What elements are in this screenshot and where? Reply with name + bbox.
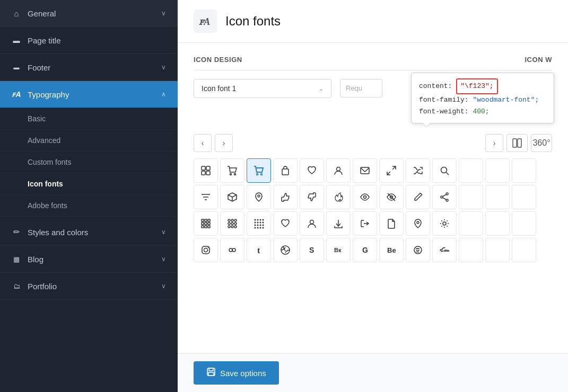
svg-point-76 — [232, 248, 235, 252]
sidebar-item-styles-and-colors[interactable]: ✏ Styles and colors ∨ — [0, 219, 178, 246]
code-key-font-family: font-family: — [419, 96, 473, 104]
icon-cell-location[interactable] — [247, 185, 271, 209]
icon-cell-cart-selected[interactable] — [247, 158, 271, 183]
icon-cell-s1[interactable] — [459, 238, 483, 262]
icon-cell-cart[interactable] — [220, 158, 244, 183]
icon-cell-instagram[interactable] — [194, 238, 218, 262]
icon-cell-behance[interactable]: Be — [379, 238, 404, 262]
portfolio-icon: 🗂 — [12, 281, 21, 291]
icon-cell-user[interactable] — [326, 158, 351, 183]
svg-point-66 — [263, 227, 264, 229]
subitem-label: Icon fonts — [28, 180, 63, 188]
icon-cell-r2[interactable] — [485, 211, 510, 236]
sidebar-item-label: Footer — [28, 63, 50, 72]
icon-cell-empty1[interactable] — [459, 158, 483, 183]
icon-cell-logout[interactable] — [353, 211, 377, 236]
chevron-up-icon: ∧ — [161, 91, 166, 98]
svg-point-45 — [228, 222, 230, 225]
icon-cell-user2[interactable] — [300, 211, 324, 236]
icon-cell-soundcloud[interactable] — [432, 238, 457, 262]
icon-cell-grid4[interactable] — [247, 211, 271, 236]
svg-rect-3 — [202, 166, 205, 170]
sidebar-item-page-title[interactable]: ▬ Page title — [0, 27, 178, 54]
icon-cell-grid3[interactable] — [220, 211, 244, 236]
icon-cell-thumbdown[interactable] — [300, 185, 324, 209]
icon-cell-extra1[interactable] — [459, 185, 483, 209]
svg-line-15 — [387, 172, 390, 175]
icon-cell-box[interactable] — [220, 185, 244, 209]
icon-cell-expand[interactable] — [379, 158, 404, 183]
chevron-down-icon: ∨ — [161, 255, 166, 263]
svg-point-75 — [229, 248, 232, 252]
next-button[interactable]: › — [215, 134, 233, 152]
sidebar-item-label: Styles and colors — [28, 228, 88, 237]
svg-rect-41 — [208, 226, 210, 228]
icon-cell-tumblr[interactable]: t — [247, 238, 271, 262]
code-value-font-family: "woodmart-font"; — [473, 96, 539, 104]
icon-cell-heart[interactable] — [300, 158, 324, 183]
icon-cell-thumbup[interactable] — [273, 185, 298, 209]
sidebar-item-typography[interactable]: ꜰA Typography ∧ — [0, 81, 178, 108]
arrow-right-button[interactable]: › — [485, 134, 503, 152]
icon-cell-settings[interactable] — [432, 211, 457, 236]
icon-cell-document[interactable] — [379, 211, 404, 236]
required-input[interactable]: Requ — [340, 79, 382, 97]
sidebar-subitem-icon-fonts[interactable]: Icon fonts — [0, 173, 178, 195]
svg-rect-2 — [518, 139, 521, 147]
icon-cell-filter[interactable] — [194, 185, 218, 209]
icon-cell-r1[interactable] — [459, 211, 483, 236]
icon-cell-eye[interactable] — [353, 185, 377, 209]
icon-cell-r3[interactable] — [512, 211, 536, 236]
save-options-button[interactable]: Save options — [194, 361, 279, 385]
icon-cell-spotify[interactable] — [406, 238, 430, 262]
icon-cell-grid2[interactable] — [194, 211, 218, 236]
svg-rect-85 — [209, 368, 213, 371]
icon-cell-location2[interactable] — [406, 211, 430, 236]
icon-cell-bag[interactable] — [273, 158, 298, 183]
icon-font-dropdown[interactable]: Icon font 1 ⌄ — [194, 79, 331, 98]
home-icon: ⌂ — [12, 8, 21, 18]
icon-cell-heart2[interactable] — [273, 211, 298, 236]
icon-cell-extra3[interactable] — [512, 185, 536, 209]
icon-cell-empty2[interactable] — [485, 158, 510, 183]
svg-point-50 — [234, 226, 237, 228]
icon-cell-skype[interactable]: S — [300, 238, 324, 262]
chevron-down-icon: ∨ — [161, 282, 166, 290]
svg-point-10 — [261, 174, 263, 175]
icon-cell-search[interactable] — [432, 158, 457, 183]
icon-cell-edit[interactable] — [406, 185, 430, 209]
icon-cell-flickr[interactable] — [220, 238, 244, 262]
prev-button[interactable]: ‹ — [194, 134, 212, 152]
icon-cell-share[interactable] — [432, 185, 457, 209]
sidebar-subitem-adobe-fonts[interactable]: Adobe fonts — [0, 195, 178, 217]
sidebar-subitem-advanced[interactable]: Advanced — [0, 130, 178, 152]
icon-cell-flame[interactable] — [326, 185, 351, 209]
icon-cell-s3[interactable] — [512, 238, 536, 262]
svg-point-49 — [231, 226, 233, 228]
icon-cell-shuffle[interactable] — [406, 158, 430, 183]
icon-cell-extra2[interactable] — [485, 185, 510, 209]
icon-cell-vk[interactable]: Вк — [326, 238, 351, 262]
svg-rect-33 — [202, 219, 204, 221]
grid-split-button[interactable] — [506, 134, 528, 152]
icon-cell-grid[interactable] — [194, 158, 218, 183]
sidebar-item-portfolio[interactable]: 🗂 Portfolio ∨ — [0, 273, 178, 300]
icon-cell-download[interactable] — [326, 211, 351, 236]
rotate-button[interactable]: 360° — [531, 134, 552, 152]
svg-rect-37 — [205, 222, 207, 225]
icon-cell-email[interactable] — [353, 158, 377, 183]
sidebar-item-general[interactable]: ⌂ General ∨ — [0, 0, 178, 27]
icon-cell-dribbble[interactable] — [273, 238, 298, 262]
svg-point-28 — [446, 193, 448, 195]
icon-cell-google[interactable]: G — [353, 238, 377, 262]
icon-cell-s2[interactable] — [485, 238, 510, 262]
svg-point-56 — [257, 222, 259, 224]
sidebar-item-footer[interactable]: ▬ Footer ∨ — [0, 54, 178, 81]
icon-cell-eye-off[interactable] — [379, 185, 404, 209]
sidebar-subitem-basic[interactable]: Basic — [0, 108, 178, 130]
sidebar-item-blog[interactable]: ▦ Blog ∨ — [0, 246, 178, 273]
icon-cell-empty3[interactable] — [512, 158, 536, 183]
chevron-down-icon: ⌄ — [319, 85, 324, 92]
sidebar-subitem-custom-fonts[interactable]: Custom fonts — [0, 152, 178, 173]
svg-text:ꜰA: ꜰA — [199, 16, 210, 27]
